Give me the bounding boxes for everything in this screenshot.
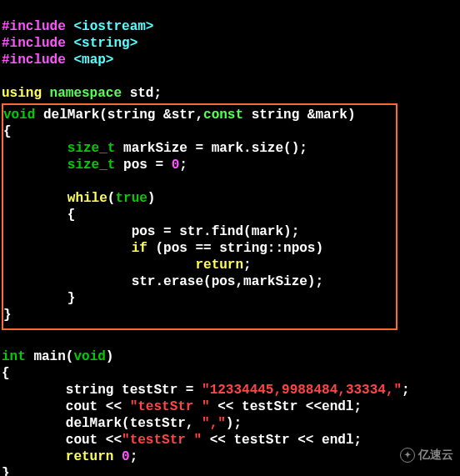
keyword-if: if (132, 241, 156, 256)
indent (3, 141, 68, 156)
function-name: main( (33, 349, 73, 364)
watermark-text: 亿速云 (418, 448, 453, 463)
indent (3, 241, 132, 256)
include-line-3: #include <map> (2, 53, 113, 68)
header-name: <map> (73, 53, 113, 68)
indent (2, 399, 66, 414)
semicolon: ; (402, 383, 410, 398)
indent (3, 158, 68, 173)
cout-line-2: cout <<"testStr " << testStr << endl; (2, 433, 362, 448)
while-line: while(true) (3, 191, 155, 206)
return-line-main: return 0; (2, 449, 138, 464)
preproc-directive: #include (2, 19, 73, 34)
statement: pos = str.find(mark); (132, 224, 300, 239)
preproc-directive: #include (2, 53, 73, 68)
semicolon: ; (130, 449, 138, 464)
string-literal: "testStr " (130, 399, 210, 414)
string-literal: "12334445,9988484,33334," (202, 383, 402, 398)
erase-line: str.erase(pos,markSize); (3, 274, 323, 289)
keyword-return: return (66, 449, 122, 464)
indent (2, 416, 66, 431)
condition: (pos == string::npos) (155, 241, 323, 256)
semicolon: ; (179, 158, 188, 173)
brace: } (2, 466, 10, 476)
header-name: <string> (73, 36, 138, 51)
keyword-int: int (2, 349, 33, 364)
cout-line-1: cout << "testStr " << testStr <<endl; (2, 399, 362, 414)
type-size-t: size_t (68, 141, 123, 156)
paren: ( (108, 191, 116, 206)
if-line: if (pos == string::npos) (3, 241, 323, 256)
string-literal: "testStr " (122, 433, 202, 448)
pos-line: size_t pos = 0; (3, 158, 188, 173)
indent (3, 224, 132, 239)
keyword-true: true (115, 191, 147, 206)
code-block: #include <iostream> #include <string> #i… (2, 2, 458, 476)
delmark-call: delMark(testStr, ","); (2, 416, 242, 431)
keyword-void: void (3, 108, 43, 123)
keyword-return: return (195, 258, 243, 273)
semicolon: ; (243, 258, 252, 273)
indent (2, 449, 66, 464)
paren: ) (148, 191, 156, 206)
keyword-namespace: namespace (50, 86, 130, 101)
brace: { (3, 208, 75, 223)
function-name: delMark(string &str, (43, 108, 203, 123)
indent (2, 433, 66, 448)
stream-post: << testStr << endl; (202, 433, 362, 448)
keyword-const: const (203, 108, 252, 123)
declaration: string testStr = (66, 383, 202, 398)
brace: { (2, 366, 10, 381)
brace: } (3, 308, 12, 323)
stream-pre: cout << (66, 433, 122, 448)
indent (2, 383, 66, 398)
using-line: using namespace std; (2, 86, 162, 101)
number-literal: 0 (172, 158, 180, 173)
function-signature: void delMark(string &str,const string &m… (3, 108, 355, 123)
stream-post: << testStr <<endl; (210, 399, 362, 414)
keyword-while: while (68, 191, 108, 206)
return-line: return; (3, 258, 252, 273)
keyword-using: using (2, 86, 50, 101)
namespace-name: std; (130, 86, 162, 101)
paren: ) (106, 349, 114, 364)
include-line-2: #include <string> (2, 36, 138, 51)
find-line: pos = str.find(mark); (3, 224, 299, 239)
watermark: ✦ 亿速云 (400, 448, 453, 463)
statement: markSize = mark.size(); (123, 141, 308, 156)
teststr-line: string testStr = "12334445,9988484,33334… (2, 383, 410, 398)
number-literal: 0 (122, 449, 130, 464)
stream-pre: cout << (66, 399, 130, 414)
type-size-t: size_t (68, 158, 123, 173)
keyword-void: void (73, 349, 105, 364)
indent (3, 258, 195, 273)
param-tail: string &mark) (252, 108, 356, 123)
highlighted-function: void delMark(string &str,const string &m… (2, 103, 398, 330)
call-pre: delMark(testStr, (66, 416, 202, 431)
size-line: size_t markSize = mark.size(); (3, 141, 308, 156)
var-name: pos = (123, 158, 172, 173)
statement: str.erase(pos,markSize); (132, 274, 323, 289)
header-name: <iostream> (73, 19, 153, 34)
main-signature: int main(void) (2, 349, 113, 364)
watermark-icon: ✦ (400, 448, 415, 463)
brace: { (3, 124, 12, 139)
string-literal: "," (202, 416, 226, 431)
call-post: ); (226, 416, 242, 431)
indent (3, 274, 132, 289)
indent (3, 191, 68, 206)
preproc-directive: #include (2, 36, 73, 51)
include-line-1: #include <iostream> (2, 19, 153, 34)
brace: } (3, 291, 75, 306)
